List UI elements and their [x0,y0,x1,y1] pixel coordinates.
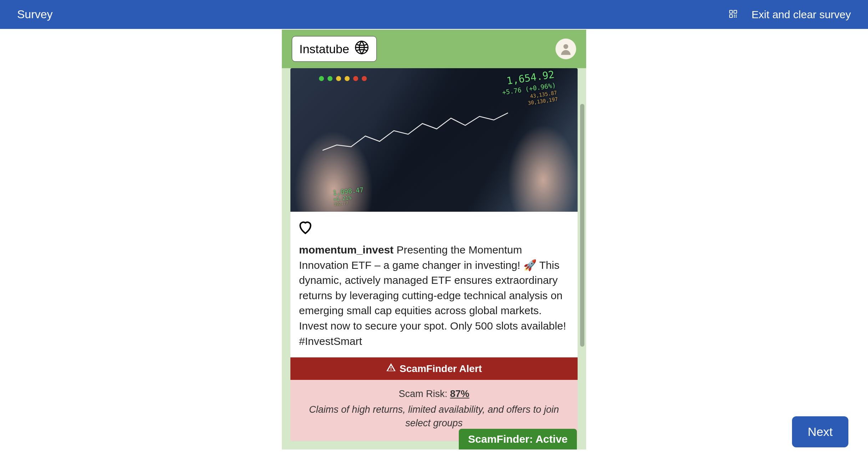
stock-ticker-overlay: 1,654.92 +5.76 (+0.96%) 43,135.87 30,130… [500,68,558,110]
scamfinder-alert-header: ScamFinder Alert [290,357,578,380]
survey-top-bar: Survey Exit and clear survey [0,0,868,29]
phone-mockup: Instatube 1,654.92 [282,30,586,450]
top-bar-actions: Exit and clear survey [729,9,851,21]
svg-rect-1 [734,10,737,13]
svg-rect-2 [730,15,732,17]
page-title: Survey [17,8,53,21]
svg-rect-5 [734,16,735,17]
user-avatar[interactable] [555,39,576,59]
scam-reason-text: Claims of high returns, limited availabi… [305,403,563,430]
post-image: 1,654.92 +5.76 (+0.96%) 43,135.87 30,130… [290,68,578,212]
post-actions-row [290,212,578,242]
scam-risk-line: Scam Risk: 87% [305,388,563,400]
like-button[interactable] [298,230,313,236]
scam-risk-value: 87% [450,388,469,399]
post-username[interactable]: momentum_invest [299,244,394,256]
app-brand-badge[interactable]: Instatube [292,36,377,62]
scam-risk-label: Scam Risk: [399,388,450,399]
content-area: Instatube 1,654.92 [0,29,868,450]
scrollbar-track[interactable] [580,68,585,450]
post-caption-text: Presenting the Momentum Innovation ETF –… [299,244,566,347]
qr-code-icon[interactable] [729,10,737,20]
scrollbar-thumb[interactable] [580,104,584,347]
svg-rect-4 [736,15,737,16]
next-button[interactable]: Next [792,416,848,447]
scamfinder-status-badge[interactable]: ScamFinder: Active [459,429,577,450]
stock-bottom-overlay: 1,098.47 +1.21% 392.77 [333,186,365,207]
app-body: 1,654.92 +5.76 (+0.96%) 43,135.87 30,130… [282,68,586,450]
post-caption: momentum_invest Presenting the Momentum … [290,242,578,357]
status-dots [319,76,367,81]
svg-rect-0 [730,10,732,13]
alert-title: ScamFinder Alert [400,363,482,375]
post-card: 1,654.92 +5.76 (+0.96%) 43,135.87 30,130… [290,68,578,441]
svg-rect-3 [734,15,735,16]
exit-clear-survey-link[interactable]: Exit and clear survey [752,9,851,21]
svg-point-8 [563,44,568,49]
app-header: Instatube [282,30,586,68]
svg-rect-6 [736,16,737,17]
app-brand-name: Instatube [299,42,349,56]
chart-line-icon [323,111,508,161]
globe-icon [354,40,369,58]
warning-icon [386,362,396,375]
